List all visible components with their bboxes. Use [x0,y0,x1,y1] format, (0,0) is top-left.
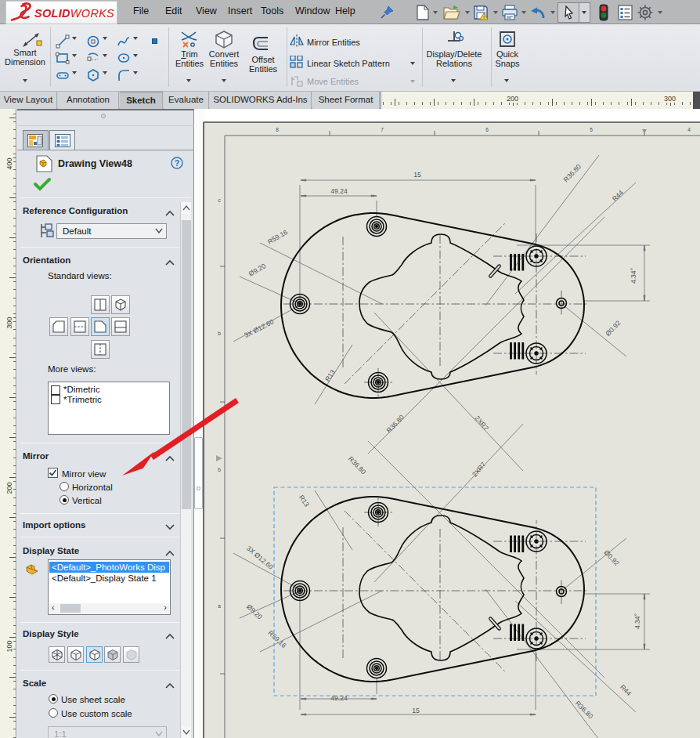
svg-text:?: ? [175,158,180,168]
svg-text:SOLIDWORKS: SOLIDWORKS [34,7,114,20]
svg-text:!: ! [483,15,485,20]
